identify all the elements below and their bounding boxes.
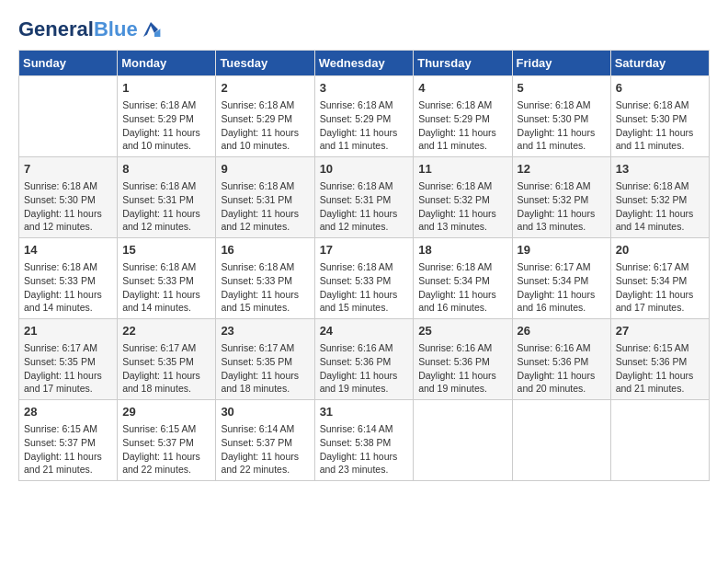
calendar-cell: 28Sunrise: 6:15 AM Sunset: 5:37 PM Dayli… (19, 399, 118, 480)
calendar-cell: 8Sunrise: 6:18 AM Sunset: 5:31 PM Daylig… (118, 157, 216, 238)
col-header-sunday: Sunday (19, 51, 118, 76)
day-info: Sunrise: 6:18 AM Sunset: 5:33 PM Dayligh… (24, 260, 112, 315)
calendar-cell: 13Sunrise: 6:18 AM Sunset: 5:32 PM Dayli… (610, 157, 709, 238)
calendar-cell: 7Sunrise: 6:18 AM Sunset: 5:30 PM Daylig… (19, 157, 118, 238)
col-header-thursday: Thursday (414, 51, 512, 76)
day-number: 5 (518, 80, 606, 97)
calendar-cell: 12Sunrise: 6:18 AM Sunset: 5:32 PM Dayli… (512, 157, 610, 238)
calendar-header-row: SundayMondayTuesdayWednesdayThursdayFrid… (19, 51, 710, 76)
day-number: 13 (616, 161, 704, 178)
day-info: Sunrise: 6:17 AM Sunset: 5:34 PM Dayligh… (616, 260, 704, 315)
calendar-cell: 23Sunrise: 6:17 AM Sunset: 5:35 PM Dayli… (216, 319, 314, 400)
day-number: 21 (24, 323, 112, 339)
calendar-cell: 20Sunrise: 6:17 AM Sunset: 5:34 PM Dayli… (610, 238, 709, 319)
day-number: 26 (518, 323, 606, 339)
day-number: 28 (24, 404, 112, 420)
day-number: 23 (221, 323, 309, 339)
day-number: 30 (221, 404, 309, 420)
day-info: Sunrise: 6:17 AM Sunset: 5:35 PM Dayligh… (221, 341, 309, 396)
col-header-monday: Monday (118, 51, 216, 76)
day-number: 4 (418, 80, 506, 97)
day-number: 18 (418, 242, 506, 259)
logo: GeneralBlue (18, 18, 162, 40)
day-info: Sunrise: 6:18 AM Sunset: 5:32 PM Dayligh… (418, 179, 506, 234)
calendar-cell (414, 399, 512, 480)
calendar-cell: 15Sunrise: 6:18 AM Sunset: 5:33 PM Dayli… (118, 238, 216, 319)
day-info: Sunrise: 6:18 AM Sunset: 5:31 PM Dayligh… (221, 179, 309, 234)
day-info: Sunrise: 6:18 AM Sunset: 5:32 PM Dayligh… (616, 179, 704, 234)
calendar-cell: 21Sunrise: 6:17 AM Sunset: 5:35 PM Dayli… (19, 319, 118, 400)
day-info: Sunrise: 6:18 AM Sunset: 5:33 PM Dayligh… (122, 260, 210, 315)
calendar-cell: 31Sunrise: 6:14 AM Sunset: 5:38 PM Dayli… (314, 399, 414, 480)
calendar-cell: 5Sunrise: 6:18 AM Sunset: 5:30 PM Daylig… (512, 76, 610, 157)
calendar-cell: 17Sunrise: 6:18 AM Sunset: 5:33 PM Dayli… (314, 238, 414, 319)
calendar-week-4: 21Sunrise: 6:17 AM Sunset: 5:35 PM Dayli… (19, 319, 710, 400)
day-number: 20 (616, 242, 704, 259)
calendar-cell: 6Sunrise: 6:18 AM Sunset: 5:30 PM Daylig… (610, 76, 709, 157)
col-header-friday: Friday (512, 51, 610, 76)
day-info: Sunrise: 6:17 AM Sunset: 5:35 PM Dayligh… (122, 341, 210, 396)
day-number: 2 (221, 80, 309, 97)
calendar-cell: 29Sunrise: 6:15 AM Sunset: 5:37 PM Dayli… (118, 399, 216, 480)
day-number: 16 (221, 242, 309, 259)
day-info: Sunrise: 6:17 AM Sunset: 5:34 PM Dayligh… (518, 260, 606, 315)
calendar-cell (610, 399, 709, 480)
day-number: 8 (122, 161, 210, 178)
calendar-cell: 18Sunrise: 6:18 AM Sunset: 5:34 PM Dayli… (414, 238, 512, 319)
calendar-cell: 11Sunrise: 6:18 AM Sunset: 5:32 PM Dayli… (414, 157, 512, 238)
day-number: 27 (616, 323, 704, 339)
day-number: 1 (122, 80, 210, 97)
day-info: Sunrise: 6:17 AM Sunset: 5:35 PM Dayligh… (24, 341, 112, 396)
day-info: Sunrise: 6:18 AM Sunset: 5:29 PM Dayligh… (122, 98, 210, 153)
day-info: Sunrise: 6:18 AM Sunset: 5:29 PM Dayligh… (221, 98, 309, 153)
calendar-cell: 27Sunrise: 6:15 AM Sunset: 5:36 PM Dayli… (610, 319, 709, 400)
day-number: 6 (616, 80, 704, 97)
calendar-week-2: 7Sunrise: 6:18 AM Sunset: 5:30 PM Daylig… (19, 157, 710, 238)
day-number: 7 (24, 161, 112, 178)
day-number: 25 (418, 323, 506, 339)
day-number: 17 (320, 242, 409, 259)
calendar-cell: 19Sunrise: 6:17 AM Sunset: 5:34 PM Dayli… (512, 238, 610, 319)
col-header-wednesday: Wednesday (314, 51, 414, 76)
calendar-cell (512, 399, 610, 480)
col-header-tuesday: Tuesday (216, 51, 314, 76)
day-number: 19 (518, 242, 606, 259)
day-number: 11 (418, 161, 506, 178)
day-info: Sunrise: 6:18 AM Sunset: 5:30 PM Dayligh… (24, 179, 112, 234)
calendar-cell: 1Sunrise: 6:18 AM Sunset: 5:29 PM Daylig… (118, 76, 216, 157)
day-number: 29 (122, 404, 210, 420)
calendar-cell: 22Sunrise: 6:17 AM Sunset: 5:35 PM Dayli… (118, 319, 216, 400)
day-number: 12 (518, 161, 606, 178)
calendar-cell: 24Sunrise: 6:16 AM Sunset: 5:36 PM Dayli… (314, 319, 414, 400)
day-number: 31 (320, 404, 409, 420)
day-info: Sunrise: 6:15 AM Sunset: 5:37 PM Dayligh… (122, 422, 210, 477)
day-number: 9 (221, 161, 309, 178)
day-info: Sunrise: 6:18 AM Sunset: 5:32 PM Dayligh… (518, 179, 606, 234)
day-info: Sunrise: 6:18 AM Sunset: 5:31 PM Dayligh… (320, 179, 409, 234)
calendar-cell: 2Sunrise: 6:18 AM Sunset: 5:29 PM Daylig… (216, 76, 314, 157)
day-number: 10 (320, 161, 409, 178)
day-info: Sunrise: 6:16 AM Sunset: 5:36 PM Dayligh… (418, 341, 506, 396)
calendar-cell: 30Sunrise: 6:14 AM Sunset: 5:37 PM Dayli… (216, 399, 314, 480)
day-info: Sunrise: 6:18 AM Sunset: 5:33 PM Dayligh… (320, 260, 409, 315)
day-info: Sunrise: 6:18 AM Sunset: 5:29 PM Dayligh… (320, 98, 409, 153)
day-info: Sunrise: 6:16 AM Sunset: 5:36 PM Dayligh… (518, 341, 606, 396)
day-number: 24 (320, 323, 409, 339)
day-info: Sunrise: 6:18 AM Sunset: 5:33 PM Dayligh… (221, 260, 309, 315)
day-number: 22 (122, 323, 210, 339)
calendar-cell: 14Sunrise: 6:18 AM Sunset: 5:33 PM Dayli… (19, 238, 118, 319)
day-info: Sunrise: 6:18 AM Sunset: 5:31 PM Dayligh… (122, 179, 210, 234)
logo-icon (140, 18, 162, 40)
day-number: 14 (24, 242, 112, 259)
day-info: Sunrise: 6:15 AM Sunset: 5:37 PM Dayligh… (24, 422, 112, 477)
calendar-cell: 3Sunrise: 6:18 AM Sunset: 5:29 PM Daylig… (314, 76, 414, 157)
day-info: Sunrise: 6:14 AM Sunset: 5:38 PM Dayligh… (320, 422, 409, 477)
col-header-saturday: Saturday (610, 51, 709, 76)
calendar-week-3: 14Sunrise: 6:18 AM Sunset: 5:33 PM Dayli… (19, 238, 710, 319)
day-info: Sunrise: 6:18 AM Sunset: 5:30 PM Dayligh… (616, 98, 704, 153)
day-info: Sunrise: 6:14 AM Sunset: 5:37 PM Dayligh… (221, 422, 309, 477)
page-header: GeneralBlue (18, 18, 710, 40)
calendar-cell (19, 76, 118, 157)
calendar-cell: 25Sunrise: 6:16 AM Sunset: 5:36 PM Dayli… (414, 319, 512, 400)
day-info: Sunrise: 6:18 AM Sunset: 5:30 PM Dayligh… (518, 98, 606, 153)
